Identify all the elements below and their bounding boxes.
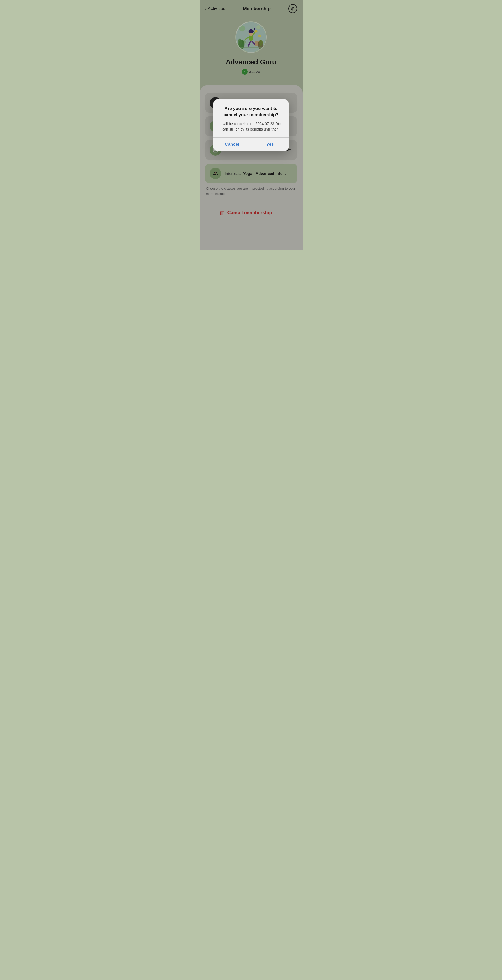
- phone-container: ‹ Activities Membership ⊕: [200, 0, 302, 250]
- modal-yes-button[interactable]: Yes: [251, 138, 289, 151]
- modal-cancel-button[interactable]: Cancel: [213, 138, 251, 151]
- modal-message: It will be cancelled on 2024-07-23. You …: [218, 121, 284, 132]
- confirm-dialog: Are you sure you want to cancel your mem…: [213, 99, 289, 151]
- modal-title: Are you sure you want to cancel your mem…: [218, 105, 284, 118]
- modal-overlay: Are you sure you want to cancel your mem…: [200, 0, 302, 250]
- modal-actions: Cancel Yes: [213, 138, 289, 151]
- modal-content: Are you sure you want to cancel your mem…: [213, 99, 289, 137]
